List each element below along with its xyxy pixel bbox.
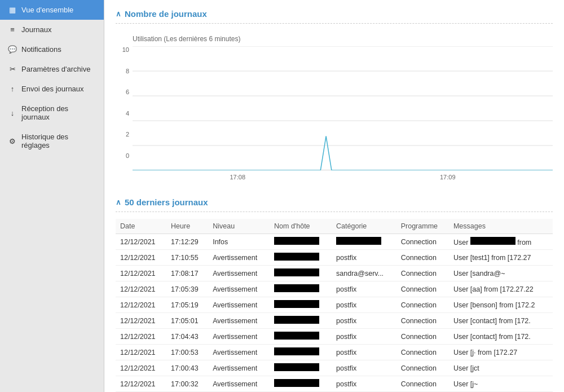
sidebar-item-vue-ensemble[interactable]: ▦Vue d'ensemble	[0, 0, 104, 20]
redacted-hote	[274, 316, 319, 324]
sidebar-label-historique-reglages: Historique des réglages	[21, 133, 96, 149]
table-row[interactable]: 12/12/202117:05:19AvertissementpostfixCo…	[116, 297, 553, 313]
cell-categorie: postfix	[332, 281, 396, 297]
cell-categorie: postfix	[332, 376, 396, 392]
cell-hote	[270, 376, 332, 392]
cell-date: 12/12/2021	[116, 234, 166, 250]
cell-hote	[270, 313, 332, 329]
table-row[interactable]: 12/12/202117:00:43AvertissementpostfixCo…	[116, 360, 553, 376]
logs-section-title: 50 derniers journaux	[125, 197, 208, 207]
cell-niveau: Avertissement	[208, 297, 270, 313]
table-row[interactable]: 12/12/202117:04:43AvertissementpostfixCo…	[116, 329, 553, 345]
table-row[interactable]: 12/12/202117:05:39AvertissementpostfixCo…	[116, 281, 553, 297]
y-label-10: 10	[116, 46, 129, 53]
sidebar-label-journaux: Journaux	[21, 25, 51, 34]
redacted-hote	[274, 379, 319, 387]
table-row[interactable]: 12/12/202117:08:17Avertissementsandra@se…	[116, 266, 553, 281]
chart-section-title: Nombre de journaux	[125, 9, 207, 19]
sidebar-item-envoi-journaux[interactable]: ↑Envoi des journaux	[0, 79, 104, 99]
table-header-row: Date Heure Niveau Nom d'hôte Catégorie P…	[116, 219, 553, 234]
redacted-hote	[274, 347, 319, 355]
cell-niveau: Avertissement	[208, 345, 270, 360]
cell-categorie: postfix	[332, 345, 396, 360]
chart-container: Utilisation (Les dernières 6 minutes) 10…	[116, 30, 553, 175]
sidebar-item-parametres-archive[interactable]: ✂Paramètres d'archive	[0, 59, 104, 79]
y-label-4: 4	[116, 110, 129, 117]
redacted-hote	[274, 300, 319, 308]
cell-programme: Connection	[396, 313, 449, 329]
cell-messages: User [test1] from [172.27	[449, 250, 553, 266]
cell-messages: User from	[449, 234, 553, 250]
col-categorie: Catégorie	[332, 219, 396, 234]
cell-categorie: postfix	[332, 329, 396, 345]
table-row[interactable]: 12/12/202117:00:32AvertissementpostfixCo…	[116, 376, 553, 392]
cell-categorie: postfix	[332, 313, 396, 329]
cell-heure: 17:05:19	[166, 297, 208, 313]
sidebar-label-notifications: Notifications	[21, 45, 61, 54]
redacted-messages	[470, 237, 515, 245]
cell-date: 12/12/2021	[116, 376, 166, 392]
chart-section: ∧ Nombre de journaux Utilisation (Les de…	[116, 9, 553, 175]
sidebar-item-notifications[interactable]: 💬Notifications	[0, 39, 104, 59]
cell-messages: User [jct	[449, 360, 553, 376]
cell-date: 12/12/2021	[116, 329, 166, 345]
historique-reglages-icon: ⚙	[8, 137, 17, 146]
parametres-archive-icon: ✂	[8, 65, 17, 73]
cell-date: 12/12/2021	[116, 266, 166, 281]
reception-journaux-icon: ↓	[8, 109, 17, 117]
col-messages: Messages	[449, 219, 553, 234]
cell-programme: Connection	[396, 234, 449, 250]
cell-hote	[270, 297, 332, 313]
cell-programme: Connection	[396, 345, 449, 360]
cell-heure: 17:05:01	[166, 313, 208, 329]
logs-section: ∧ 50 derniers journaux Date Heure Niveau…	[116, 197, 553, 392]
redacted-hote	[274, 253, 319, 261]
cell-heure: 17:04:43	[166, 329, 208, 345]
cell-heure: 17:12:29	[166, 234, 208, 250]
cell-date: 12/12/2021	[116, 281, 166, 297]
cell-niveau: Infos	[208, 234, 270, 250]
col-date: Date	[116, 219, 166, 234]
col-niveau: Niveau	[208, 219, 270, 234]
envoi-journaux-icon: ↑	[8, 85, 17, 93]
cell-niveau: Avertissement	[208, 360, 270, 376]
cell-date: 12/12/2021	[116, 313, 166, 329]
col-heure: Heure	[166, 219, 208, 234]
sidebar-label-parametres-archive: Paramètres d'archive	[21, 65, 90, 73]
y-label-0: 0	[116, 152, 129, 159]
cell-programme: Connection	[396, 281, 449, 297]
cell-hote	[270, 281, 332, 297]
logs-table: Date Heure Niveau Nom d'hôte Catégorie P…	[116, 219, 553, 392]
cell-niveau: Avertissement	[208, 266, 270, 281]
cell-categorie: sandra@serv...	[332, 266, 396, 281]
redacted-categorie	[336, 237, 381, 245]
cell-programme: Connection	[396, 360, 449, 376]
cell-messages: User [contact] from [172.	[449, 313, 553, 329]
sidebar-item-reception-journaux[interactable]: ↓Réception des journaux	[0, 99, 104, 127]
sidebar: ▦Vue d'ensemble≡Journaux💬Notifications✂P…	[0, 0, 104, 392]
chevron-icon: ∧	[116, 10, 121, 18]
redacted-hote	[274, 268, 319, 276]
table-row[interactable]: 12/12/202117:12:29InfosConnectionUser fr…	[116, 234, 553, 250]
cell-categorie	[332, 234, 396, 250]
cell-heure: 17:05:39	[166, 281, 208, 297]
table-row[interactable]: 12/12/202117:05:01AvertissementpostfixCo…	[116, 313, 553, 329]
sidebar-item-historique-reglages[interactable]: ⚙Historique des réglages	[0, 127, 104, 155]
journaux-icon: ≡	[8, 25, 17, 34]
sidebar-item-journaux[interactable]: ≡Journaux	[0, 20, 104, 39]
cell-hote	[270, 345, 332, 360]
sidebar-label-vue-ensemble: Vue d'ensemble	[21, 6, 73, 14]
table-row[interactable]: 12/12/202117:10:55AvertissementpostfixCo…	[116, 250, 553, 266]
cell-programme: Connection	[396, 266, 449, 281]
cell-hote	[270, 360, 332, 376]
cell-niveau: Avertissement	[208, 329, 270, 345]
cell-programme: Connection	[396, 250, 449, 266]
redacted-hote	[274, 237, 319, 245]
cell-hote	[270, 329, 332, 345]
cell-programme: Connection	[396, 329, 449, 345]
cell-heure: 17:08:17	[166, 266, 208, 281]
sidebar-label-envoi-journaux: Envoi des journaux	[21, 85, 84, 93]
cell-categorie: postfix	[332, 297, 396, 313]
cell-hote	[270, 234, 332, 250]
table-row[interactable]: 12/12/202117:00:53AvertissementpostfixCo…	[116, 345, 553, 360]
